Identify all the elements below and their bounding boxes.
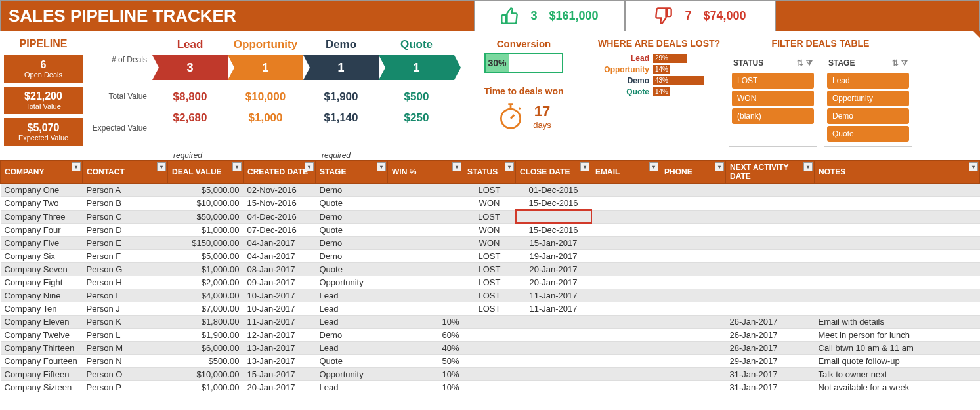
table-cell[interactable] bbox=[388, 237, 463, 250]
table-cell[interactable]: Person K bbox=[83, 316, 168, 329]
column-header[interactable]: CREATED DATE▾ bbox=[244, 161, 316, 184]
table-cell[interactable]: 04-Jan-2017 bbox=[244, 237, 316, 250]
table-cell[interactable] bbox=[591, 355, 660, 368]
table-cell[interactable]: $50,000.00 bbox=[168, 210, 244, 223]
table-cell[interactable]: 13-Jan-2017 bbox=[244, 355, 316, 368]
table-cell[interactable]: $2,000.00 bbox=[168, 276, 244, 289]
filter-status-header[interactable]: STATUS⇅⧩ bbox=[732, 57, 814, 69]
table-cell[interactable] bbox=[660, 263, 726, 276]
table-row[interactable]: Company FifteenPerson O$10,000.0015-Jan-… bbox=[1, 368, 980, 381]
table-cell[interactable]: $5,000.00 bbox=[168, 250, 244, 263]
table-cell[interactable]: 11-Jan-2017 bbox=[516, 302, 591, 316]
filter-stage-option[interactable]: Opportunity bbox=[827, 91, 909, 106]
table-cell[interactable] bbox=[591, 302, 660, 316]
table-cell[interactable]: $500.00 bbox=[168, 355, 244, 368]
table-cell[interactable]: $1,000.00 bbox=[168, 263, 244, 276]
table-cell[interactable] bbox=[726, 250, 815, 263]
table-cell[interactable]: 15-Dec-2016 bbox=[516, 197, 591, 211]
table-cell[interactable] bbox=[726, 302, 815, 316]
table-cell[interactable]: Person N bbox=[83, 355, 168, 368]
table-cell[interactable]: $1,800.00 bbox=[168, 316, 244, 329]
table-cell[interactable] bbox=[660, 329, 726, 342]
filter-dropdown-icon[interactable]: ▾ bbox=[715, 162, 724, 171]
table-cell[interactable] bbox=[516, 355, 591, 368]
table-cell[interactable] bbox=[660, 381, 726, 394]
table-cell[interactable] bbox=[591, 342, 660, 355]
table-row[interactable]: Company OnePerson A$5,000.0002-Nov-2016D… bbox=[1, 184, 980, 197]
filter-dropdown-icon[interactable]: ▾ bbox=[803, 162, 813, 171]
table-cell[interactable]: Person D bbox=[83, 223, 168, 237]
column-header[interactable]: PHONE▾ bbox=[660, 161, 726, 184]
table-cell[interactable]: Company Six bbox=[1, 250, 83, 263]
table-cell[interactable]: Lead bbox=[316, 289, 388, 302]
table-cell[interactable] bbox=[388, 250, 463, 263]
table-cell[interactable]: 09-Jan-2017 bbox=[244, 276, 316, 289]
filter-dropdown-icon[interactable]: ▾ bbox=[232, 162, 242, 171]
table-cell[interactable]: Person O bbox=[83, 368, 168, 381]
table-cell[interactable]: 10% bbox=[388, 316, 463, 329]
table-row[interactable]: Company SizteenPerson P$1,000.0020-Jan-2… bbox=[1, 381, 980, 394]
table-cell[interactable]: 31-Jan-2017 bbox=[726, 381, 815, 394]
table-cell[interactable] bbox=[388, 263, 463, 276]
filter-dropdown-icon[interactable]: ▾ bbox=[580, 162, 589, 171]
table-cell[interactable]: LOST bbox=[463, 210, 516, 223]
column-header[interactable]: DEAL VALUE▾ bbox=[168, 161, 244, 184]
table-cell[interactable]: Company Sizteen bbox=[1, 381, 83, 394]
table-cell[interactable]: Not available for a week bbox=[815, 381, 980, 394]
table-cell[interactable]: Person M bbox=[83, 342, 168, 355]
sort-icon[interactable]: ⇅ bbox=[797, 58, 803, 68]
filter-dropdown-icon[interactable]: ▾ bbox=[377, 162, 386, 171]
table-cell[interactable]: Person C bbox=[83, 210, 168, 223]
table-cell[interactable]: Lead bbox=[316, 316, 388, 329]
filter-stage-option[interactable]: Demo bbox=[827, 108, 909, 124]
filter-stage-option[interactable]: Quote bbox=[827, 126, 909, 142]
table-cell[interactable]: 20-Jan-2017 bbox=[516, 263, 591, 276]
table-cell[interactable]: 60% bbox=[388, 329, 463, 342]
table-row[interactable]: Company FourteenPerson N$500.0013-Jan-20… bbox=[1, 355, 980, 368]
column-header[interactable]: WIN %▾ bbox=[388, 161, 463, 184]
table-cell[interactable]: 13-Jan-2017 bbox=[244, 342, 316, 355]
table-cell[interactable]: 20-Jan-2017 bbox=[516, 276, 591, 289]
table-cell[interactable] bbox=[516, 329, 591, 342]
table-cell[interactable]: LOST bbox=[463, 184, 516, 197]
table-cell[interactable]: Person E bbox=[83, 237, 168, 250]
table-cell[interactable]: $150,000.00 bbox=[168, 237, 244, 250]
table-cell[interactable] bbox=[591, 316, 660, 329]
table-cell[interactable] bbox=[726, 263, 815, 276]
filter-dropdown-icon[interactable]: ▾ bbox=[969, 162, 978, 171]
table-cell[interactable]: Opportunity bbox=[316, 276, 388, 289]
table-cell[interactable]: Email quote follow-up bbox=[815, 355, 980, 368]
table-cell[interactable]: Opportunity bbox=[316, 368, 388, 381]
table-cell[interactable] bbox=[660, 302, 726, 316]
table-cell[interactable]: Email with details bbox=[815, 316, 980, 329]
table-cell[interactable] bbox=[660, 342, 726, 355]
table-cell[interactable]: 10% bbox=[388, 381, 463, 394]
table-cell[interactable] bbox=[591, 197, 660, 211]
table-cell[interactable]: $7,000.00 bbox=[168, 302, 244, 316]
table-cell[interactable] bbox=[660, 368, 726, 381]
table-cell[interactable] bbox=[726, 276, 815, 289]
table-cell[interactable]: 15-Jan-2017 bbox=[244, 368, 316, 381]
table-row[interactable]: Company ThirteenPerson M$6,000.0013-Jan-… bbox=[1, 342, 980, 355]
table-cell[interactable] bbox=[591, 210, 660, 223]
column-header[interactable]: CONTACT▾ bbox=[83, 161, 168, 184]
table-row[interactable]: Company TenPerson J$7,000.0010-Jan-2017L… bbox=[1, 302, 980, 316]
table-cell[interactable] bbox=[591, 368, 660, 381]
table-row[interactable]: Company SixPerson F$5,000.0004-Jan-2017D… bbox=[1, 250, 980, 263]
table-cell[interactable]: Person B bbox=[83, 197, 168, 211]
table-cell[interactable]: 11-Jan-2017 bbox=[516, 289, 591, 302]
table-cell[interactable] bbox=[726, 223, 815, 237]
table-cell[interactable] bbox=[815, 276, 980, 289]
table-cell[interactable] bbox=[660, 197, 726, 211]
table-cell[interactable] bbox=[591, 250, 660, 263]
table-cell[interactable]: Person J bbox=[83, 302, 168, 316]
table-cell[interactable] bbox=[463, 368, 516, 381]
table-cell[interactable] bbox=[516, 342, 591, 355]
table-cell[interactable] bbox=[388, 276, 463, 289]
table-cell[interactable]: 15-Nov-2016 bbox=[244, 197, 316, 211]
table-row[interactable]: Company FivePerson E$150,000.0004-Jan-20… bbox=[1, 237, 980, 250]
table-cell[interactable]: Demo bbox=[316, 184, 388, 197]
table-cell[interactable]: LOST bbox=[463, 276, 516, 289]
table-cell[interactable] bbox=[516, 381, 591, 394]
filter-dropdown-icon[interactable]: ▾ bbox=[649, 162, 658, 171]
